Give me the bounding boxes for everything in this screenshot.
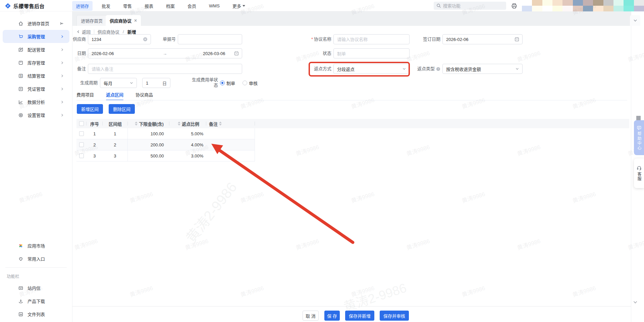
- range-arrow: →: [163, 51, 167, 56]
- row-checkbox[interactable]: [79, 131, 84, 136]
- gen-fee-status-radios: 制单 审核: [220, 78, 258, 88]
- table-row[interactable]: 2 2 200.00 4.00%: [76, 139, 255, 150]
- customer-service-widget[interactable]: 客服: [634, 158, 644, 188]
- agreement-name-label: 协议名称: [291, 34, 331, 44]
- help-center-widget[interactable]: 帮助中心: [634, 120, 644, 155]
- chevron-right-icon: [60, 113, 64, 117]
- sidebar-item-purchase[interactable]: 采购管理: [3, 30, 69, 43]
- back-button[interactable]: 返回: [76, 29, 91, 35]
- nav-baobiao[interactable]: 报表: [141, 1, 157, 11]
- close-icon[interactable]: ×: [134, 18, 137, 23]
- sidebar-item-voucher[interactable]: 凭证管理: [3, 82, 69, 95]
- sidebar-item-inventory[interactable]: 库存管理: [3, 56, 69, 69]
- sidebar-item-inbox[interactable]: 站内信: [3, 281, 69, 294]
- document-icon: [18, 86, 23, 92]
- sort-icon[interactable]: [219, 122, 222, 126]
- range-toolbar: 新增区间 删除区间: [77, 104, 135, 114]
- rebate-method-select[interactable]: 分段返点: [333, 64, 410, 74]
- rebate-type-label: 返点类型 ?: [400, 64, 440, 74]
- gen-cycle-day-input[interactable]: 日: [142, 78, 170, 88]
- sidebar-item-downloads[interactable]: 产品下载: [3, 294, 69, 308]
- global-search[interactable]: [434, 2, 506, 10]
- table-row[interactable]: 1 1 100.00 5.00%: [76, 128, 255, 139]
- document-tabbar: 进销存首页 × 供应商协议 ×: [72, 11, 631, 26]
- calendar-icon: [234, 51, 239, 56]
- nav-jinxiaocun[interactable]: 进销存: [72, 1, 93, 11]
- row-checkbox[interactable]: [79, 142, 84, 147]
- dollar-icon: $: [18, 73, 23, 79]
- nav-lingshou[interactable]: 零售: [119, 1, 136, 11]
- cancel-button[interactable]: 取 消: [303, 311, 319, 321]
- status-label: 状态: [291, 48, 331, 58]
- mail-icon: [18, 285, 23, 291]
- save-and-audit-button[interactable]: 保存并审核: [380, 311, 409, 321]
- sidebar-item-favorites[interactable]: 常用入口: [3, 252, 69, 265]
- divider: [76, 100, 627, 100]
- gen-cycle-select[interactable]: 每月: [100, 78, 137, 88]
- remark-input[interactable]: [88, 64, 242, 74]
- breadcrumb-current: 新增: [127, 29, 136, 35]
- app-logo: 乐檬零售后台: [5, 0, 45, 11]
- delete-range-button[interactable]: 删除区间: [109, 104, 135, 114]
- chevron-down-icon: [243, 5, 245, 7]
- rebate-type-select[interactable]: 按含税收退货金额: [442, 64, 523, 74]
- table-header: 序号 区间组 下限金额(含) 返点比例 备注: [76, 119, 629, 128]
- radio-zhidan[interactable]: 制单: [220, 80, 235, 86]
- svg-text:?: ?: [437, 67, 439, 71]
- nav-pifa[interactable]: 批发: [98, 1, 114, 11]
- nav-huiyuan[interactable]: 会员: [184, 1, 200, 11]
- col-note[interactable]: 备注: [206, 119, 255, 128]
- sidebar-item-delivery[interactable]: 配送管理: [3, 43, 69, 56]
- row-checkbox[interactable]: [79, 153, 84, 158]
- download-icon: [18, 298, 23, 304]
- sort-icon[interactable]: [135, 122, 138, 126]
- tab-list-dropdown-button[interactable]: [630, 15, 640, 26]
- radio-selected-icon: [220, 81, 225, 85]
- table-row[interactable]: 3 3 500.00 3.00%: [76, 150, 255, 162]
- doc-no-input[interactable]: [178, 34, 242, 44]
- avatar[interactable]: [522, 0, 644, 11]
- chevron-right-icon: [60, 74, 64, 78]
- col-group: 区间组: [103, 119, 128, 128]
- tab-rebate-range[interactable]: 返点区间: [106, 91, 123, 100]
- sidebar-item-app-market[interactable]: 应用市场: [3, 239, 69, 252]
- breadcrumb-parent: 供应商协议: [98, 29, 119, 35]
- doc-no-label: 单据号: [142, 34, 176, 44]
- radio-shenhe[interactable]: 审核: [243, 80, 258, 86]
- sidebar-item-settings[interactable]: 设置管理: [3, 108, 69, 122]
- tab-supplier-agreement[interactable]: 供应商协议 ×: [106, 15, 141, 26]
- headset-icon: [637, 166, 642, 171]
- top-nav: 进销存 批发 零售 报表 档案 会员 WMS 更多: [72, 0, 249, 11]
- sidebar-item-files[interactable]: 文件列表: [3, 308, 69, 321]
- tab-agreement-goods[interactable]: 协议商品: [136, 91, 153, 100]
- bar-chart-icon: [18, 312, 23, 317]
- cart-icon: [18, 34, 23, 39]
- status-input: 制单: [333, 48, 410, 58]
- collapse-sidebar-icon[interactable]: [59, 21, 64, 26]
- main-content: 返回 供应商协议 / 新增 供应商 单据号 协议名称 签订日期 2026-02-…: [72, 26, 631, 322]
- add-range-button[interactable]: 新增区间: [77, 104, 103, 114]
- sign-date-label: 签订日期: [400, 34, 440, 44]
- sidebar-item-settlement[interactable]: $ 结算管理: [3, 69, 69, 82]
- select-all-checkbox[interactable]: [79, 121, 84, 126]
- printer-icon[interactable]: [510, 2, 518, 10]
- nav-wms[interactable]: WMS: [205, 2, 223, 10]
- nav-dangan[interactable]: 档案: [162, 1, 178, 11]
- supplier-input[interactable]: [88, 34, 151, 44]
- scrollbar-thumb[interactable]: [636, 116, 641, 120]
- sort-icon[interactable]: [178, 122, 180, 126]
- agreement-name-input[interactable]: [333, 34, 410, 44]
- tab-fee-items[interactable]: 费用项目: [76, 91, 94, 100]
- col-lower-amount[interactable]: 下限金额(含): [128, 119, 169, 128]
- scroll-down-indicator[interactable]: [633, 300, 638, 306]
- sidebar-item-home[interactable]: 进销存首页: [3, 17, 69, 30]
- save-button[interactable]: 保 存: [324, 311, 340, 321]
- help-icon[interactable]: ?: [436, 67, 440, 71]
- save-and-new-button[interactable]: 保存并新增: [345, 311, 374, 321]
- search-input[interactable]: [443, 3, 497, 8]
- sign-date-input[interactable]: 2026-02-06: [442, 34, 523, 44]
- nav-more[interactable]: 更多: [229, 1, 249, 11]
- sidebar-item-analytics[interactable]: 数据分析: [3, 95, 69, 108]
- date-range-input[interactable]: 2026-02-06 → 2026-03-06: [88, 48, 242, 58]
- col-rebate-rate[interactable]: 返点比例: [169, 119, 206, 128]
